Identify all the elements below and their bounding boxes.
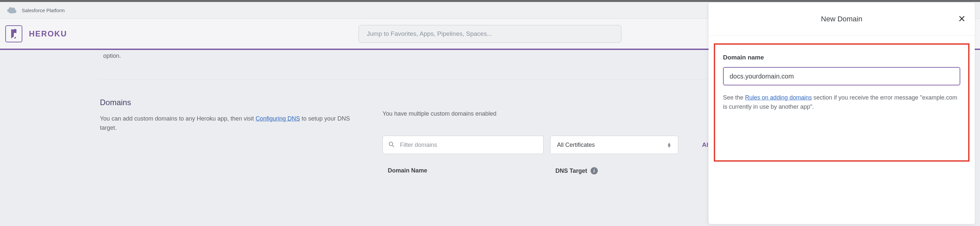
rules-link[interactable]: Rules on adding domains — [745, 94, 812, 101]
domains-section-description: You can add custom domains to any Heroku… — [100, 114, 363, 133]
panel-body-highlight: Domain name See the Rules on adding doma… — [714, 43, 969, 162]
filter-domains-input[interactable] — [383, 136, 544, 154]
col-dns-target: DNS Target — [555, 167, 587, 174]
domains-status-text: You have multiple custom domains enabled — [383, 110, 751, 117]
domain-name-input[interactable] — [723, 67, 960, 85]
global-search-wrap — [358, 25, 622, 43]
info-icon[interactable]: i — [590, 167, 598, 174]
heroku-brand-text[interactable]: HEROKU — [29, 29, 67, 38]
configuring-dns-link[interactable]: Configuring DNS — [256, 115, 300, 122]
certificates-select[interactable]: All Certificates ▲▼ — [550, 136, 678, 154]
domain-name-label: Domain name — [723, 54, 960, 61]
section-divider — [100, 79, 751, 80]
salesforce-cloud-icon — [6, 6, 18, 14]
svg-line-1 — [392, 145, 394, 147]
domains-table-header: Domain Name DNS Target i — [383, 167, 751, 174]
select-updown-icon: ▲▼ — [667, 142, 671, 148]
search-icon — [388, 142, 395, 148]
svg-point-0 — [389, 142, 393, 146]
panel-title: New Domain — [821, 15, 862, 23]
certificates-select-value: All Certificates — [557, 142, 595, 148]
panel-header: New Domain ✕ — [708, 3, 975, 35]
domains-section-title: Domains — [100, 98, 363, 107]
domains-desc-pre: You can add custom domains to any Heroku… — [100, 115, 256, 122]
new-domain-panel: New Domain ✕ Domain name See the Rules o… — [708, 3, 975, 224]
col-domain-name: Domain Name — [388, 167, 427, 174]
heroku-logo-icon[interactable] — [5, 25, 22, 42]
global-search-input[interactable] — [358, 25, 622, 43]
help-pre: See the — [723, 94, 745, 101]
domain-help-text: See the Rules on adding domains section … — [723, 93, 960, 112]
trailing-option-text: option. — [100, 53, 751, 59]
domains-filter-row: All Certificates ▲▼ All Domains ▲▼ — [383, 136, 751, 154]
close-icon: ✕ — [958, 14, 966, 24]
close-panel-button[interactable]: ✕ — [958, 14, 966, 24]
platform-label: Salesforce Platform — [22, 8, 65, 13]
